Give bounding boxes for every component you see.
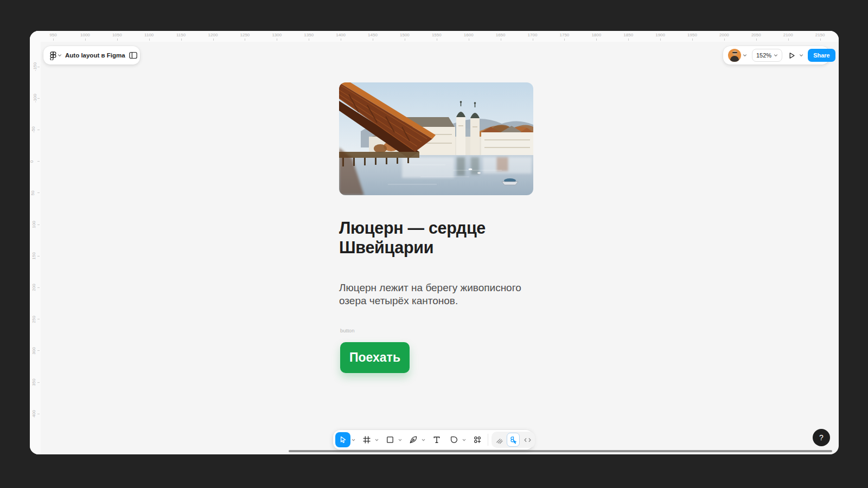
tools-toolbar [333,430,533,450]
present-button[interactable] [788,52,796,60]
chevron-down-icon [774,53,778,57]
paragraph-text-layer[interactable]: Люцерн лежит на берегу живописного озера… [339,281,530,307]
design-mode-icon [509,436,518,444]
draw-marker-icon [495,436,503,444]
design-mode-button[interactable] [507,433,520,447]
zoom-level-dropdown[interactable]: 152% [752,49,782,62]
main-menu-button[interactable] [49,51,62,60]
chevron-down-icon [398,438,402,442]
comment-bubble-icon [450,435,458,444]
share-button[interactable]: Share [808,49,835,62]
ruler-top: 9501000105011001150120012501300135014001… [30,31,839,42]
chevron-down-icon [422,438,425,442]
move-tool-options[interactable] [350,432,356,447]
pen-icon [409,435,418,444]
frame-icon [362,435,371,444]
text-tool[interactable] [430,432,444,447]
chevron-down-icon [799,53,803,57]
draw-mode-button[interactable] [493,433,506,447]
lucerne-image[interactable] [339,82,533,195]
figma-window: 9501000105011001150120012501300135014001… [30,31,839,454]
pen-tool-options[interactable] [420,432,426,447]
present-options-button[interactable] [798,48,804,63]
frame-tool[interactable] [360,432,374,447]
dev-mode-code-icon [524,436,532,444]
toggle-panels-button[interactable] [129,51,138,60]
header-actions-pill: 152% Share [723,46,829,65]
toolbar-divider [488,434,488,446]
zoom-level-value: 152% [756,52,771,59]
design-canvas[interactable]: Люцерн — сердце Швейцарии Люцерн лежит н… [30,31,839,454]
account-menu-button[interactable] [728,49,747,62]
actions-button[interactable] [470,432,484,447]
heading-text-layer[interactable]: Люцерн — сердце Швейцарии [339,219,519,257]
cta-button-layer[interactable]: Поехать [340,342,410,373]
lucerne-photo-illustration [339,82,533,195]
chevron-down-icon [743,53,747,57]
shape-tool-options[interactable] [397,432,403,447]
layer-name-label: button [340,328,354,333]
avatar [728,49,741,62]
pen-tool[interactable] [406,432,420,447]
chevron-down-icon [462,438,466,442]
mode-switcher [492,432,535,448]
help-button[interactable]: ? [813,429,830,446]
file-menu-pill: Auto layout в Figma [43,46,140,65]
text-icon [432,435,441,444]
comment-tool-options[interactable] [461,432,467,447]
figma-logo-icon [49,51,58,60]
file-title: Auto layout в Figma [65,52,125,59]
horizontal-scrollbar[interactable] [289,450,832,452]
chevron-down-icon [375,438,379,442]
layout-panel-icon [129,51,138,60]
shape-tool[interactable] [383,432,397,447]
ruler-left: -150-100-50050100150200250300350400 [30,31,41,454]
dev-mode-button[interactable] [521,433,534,447]
frame-tool-options[interactable] [374,432,380,447]
chevron-down-icon [352,438,355,442]
play-icon [788,52,796,60]
comment-tool[interactable] [447,432,461,447]
rectangle-icon [386,435,394,444]
chevron-down-icon [58,53,62,57]
actions-icon [473,435,482,444]
cursor-icon [339,435,347,444]
move-tool[interactable] [335,432,350,447]
